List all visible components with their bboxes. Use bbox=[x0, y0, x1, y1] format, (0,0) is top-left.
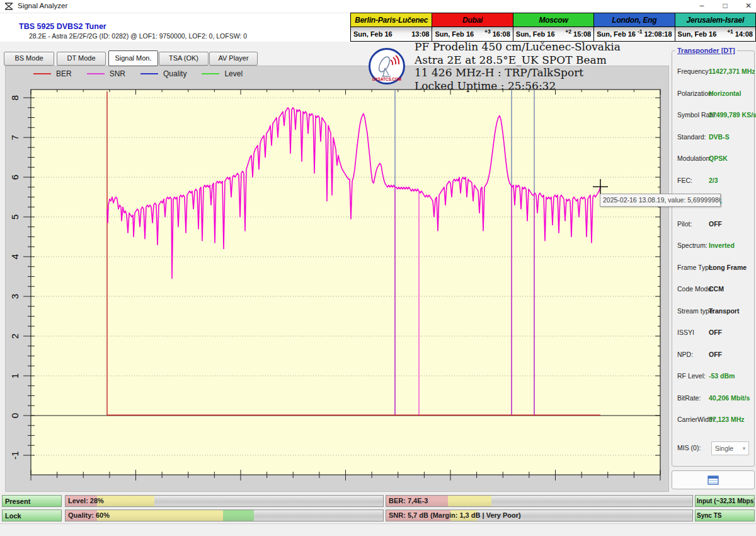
gauge-segment bbox=[223, 510, 254, 521]
panel-value-7: OFF bbox=[709, 220, 722, 228]
clock-time: 15:08 bbox=[573, 30, 591, 38]
legend-swatch bbox=[140, 73, 158, 74]
panel-value-3: DVB-S bbox=[709, 133, 730, 141]
legend-label: SNR bbox=[110, 69, 125, 78]
legend-item-quality: Quality bbox=[140, 69, 186, 78]
logo-text: DXSATCS.COM bbox=[372, 77, 401, 81]
gauge-label: Quality: 60% bbox=[68, 510, 110, 521]
tab-bs-mode[interactable]: BS Mode bbox=[4, 52, 54, 66]
panel-value-10: CCM bbox=[709, 285, 724, 293]
legend-swatch bbox=[87, 73, 105, 74]
status-bar bbox=[0, 523, 756, 536]
chart-legend: BERSNRQualityLevel bbox=[33, 69, 243, 78]
panel-label-10: Code Mode: bbox=[677, 285, 713, 293]
mis-dropdown[interactable]: Single▾ bbox=[711, 441, 749, 455]
clock-time: 16:08 bbox=[493, 30, 510, 38]
transponder-panel-title: Transponder [DT] bbox=[675, 47, 737, 54]
gauge-label: Level: 28% bbox=[68, 496, 104, 506]
panel-value-16: 37,123 MHz bbox=[709, 416, 745, 423]
tab-av-player[interactable]: AV Player bbox=[209, 52, 258, 66]
transponder-panel: Frequency:11427,371 MHzPolarization:Hori… bbox=[672, 50, 755, 467]
clock-time: 12:08:18 bbox=[644, 30, 672, 38]
export-button[interactable] bbox=[672, 470, 755, 489]
tab-dt-mode[interactable]: DT Mode bbox=[57, 52, 106, 66]
clock-1: DubaiSun, Feb 16+316:08 bbox=[432, 13, 512, 41]
annotation-line-1: PF Prodelin 450 cm/Lučenec-Slovakia bbox=[415, 40, 654, 54]
clock-time-row: Sun, Feb 1613:08 bbox=[351, 27, 432, 40]
ber-gauge: BER: 7,4E-3 bbox=[386, 495, 693, 507]
quality-gauge: Quality: 60% bbox=[65, 510, 384, 521]
panel-value-1: Horizontal bbox=[709, 90, 741, 97]
lock-indicator: Lock bbox=[2, 510, 62, 521]
panel-label-15: BitRate: bbox=[677, 394, 701, 402]
chart-background bbox=[5, 66, 669, 492]
tab-tsa-ok-[interactable]: TSA (OK) bbox=[159, 52, 209, 66]
gauge-segment bbox=[97, 510, 223, 521]
gauge-label: BER: 7,4E-3 bbox=[389, 496, 428, 506]
close-button[interactable]: ✕ bbox=[742, 1, 755, 11]
panel-label-12: ISSYI bbox=[677, 329, 694, 336]
clock-utc-offset: +1 bbox=[727, 28, 733, 35]
gauge-segment bbox=[448, 496, 491, 506]
clock-time: 14:08 bbox=[735, 30, 753, 38]
clock-time: 13:08 bbox=[411, 30, 429, 38]
world-clock-panel: Berlin-Paris-LučenecSun, Feb 1613:08Duba… bbox=[350, 13, 756, 42]
clock-4: Jerusalem-IsraelSun, Feb 16+114:08 bbox=[675, 13, 755, 41]
annotation-overlay: PF Prodelin 450 cm/Lučenec-Slovakia Astr… bbox=[415, 40, 654, 92]
clock-date: Sun, Feb 16 bbox=[678, 30, 717, 38]
panel-value-13: OFF bbox=[709, 351, 722, 358]
panel-label-5: FEC: bbox=[677, 177, 692, 184]
panel-label-8: Spectrum: bbox=[677, 242, 707, 249]
panel-label-14: RF Level: bbox=[677, 372, 706, 380]
legend-label: Quality bbox=[163, 69, 186, 78]
level-gauge: Level: 28% bbox=[65, 495, 384, 507]
clock-0: Berlin-Paris-LučenecSun, Feb 1613:08 bbox=[351, 13, 432, 41]
tab-signal-mon-[interactable]: Signal Mon. bbox=[108, 50, 158, 66]
clock-city-label: London, Eng bbox=[594, 13, 674, 27]
clock-2: MoscowSun, Feb 16+215:08 bbox=[513, 13, 593, 41]
legend-item-snr: SNR bbox=[87, 69, 125, 78]
sync-ts-indicator: Sync TS bbox=[695, 510, 755, 521]
chart-tooltip: 2025-02-16 13.08.19, value: 5,6999998092… bbox=[600, 194, 721, 207]
window-title: Signal Analyzer bbox=[18, 2, 67, 9]
gauge-label: SNR: 5,7 dB (Margin: 1,3 dB | Very Poor) bbox=[389, 510, 521, 521]
panel-label-mis: MIS (0): bbox=[677, 444, 701, 452]
clock-utc-offset: -1 bbox=[638, 28, 643, 35]
clock-time-row: Sun, Feb 16+215:08 bbox=[513, 27, 593, 40]
title-bar: Signal Analyzer – □ ✕ bbox=[0, 0, 756, 13]
legend-label: BER bbox=[56, 69, 72, 78]
panel-label-13: NPD: bbox=[677, 351, 693, 358]
panel-value-0: 11427,371 MHz bbox=[709, 67, 755, 75]
maximize-button[interactable]: □ bbox=[718, 1, 732, 11]
clock-date: Sun, Feb 16 bbox=[435, 30, 474, 38]
export-icon bbox=[707, 475, 719, 485]
panel-value-8: Inverted bbox=[709, 242, 735, 249]
clock-city-label: Moscow bbox=[513, 13, 593, 27]
clock-time-row: Sun, Feb 16+316:08 bbox=[432, 27, 512, 40]
legend-item-level: Level bbox=[202, 69, 243, 78]
clock-3: London, EngSun, Feb 16-112:08:18 bbox=[593, 13, 674, 41]
minimize-button[interactable]: – bbox=[695, 1, 709, 11]
annotation-line-2: Astra 2E at 28.5°E_UK SPOT Beam bbox=[415, 54, 654, 67]
clock-time-row: Sun, Feb 16+114:08 bbox=[675, 27, 755, 40]
panel-value-9: Long Frame bbox=[709, 264, 747, 271]
tuner-title: TBS 5925 DVBS2 Tuner bbox=[19, 22, 106, 31]
tuner-subtitle: 28.2E - Astra 2E/2F/2G (ID: 0282) @ LOF1… bbox=[29, 32, 247, 40]
input-indicator: Input (~32,31 Mbps) bbox=[695, 495, 755, 507]
gauge-segment bbox=[97, 496, 154, 506]
panel-value-12: OFF bbox=[709, 329, 722, 336]
snr-gauge: SNR: 5,7 dB (Margin: 1,3 dB | Very Poor) bbox=[386, 510, 693, 521]
mis-dropdown-value: Single bbox=[712, 445, 740, 452]
clock-utc-offset: +2 bbox=[565, 28, 571, 35]
legend-swatch bbox=[33, 73, 51, 74]
clock-city-label: Dubai bbox=[432, 13, 512, 27]
legend-label: Level bbox=[224, 69, 243, 78]
panel-value-5: 2/3 bbox=[709, 177, 718, 184]
panel-value-15: 40,206 Mbit/s bbox=[709, 394, 750, 402]
panel-value-14: -53 dBm bbox=[709, 372, 735, 380]
panel-value-11: Transport bbox=[709, 307, 739, 315]
clock-time-row: Sun, Feb 16-112:08:18 bbox=[594, 27, 674, 40]
panel-label-7: Pilot: bbox=[677, 220, 692, 228]
panel-label-3: Standard: bbox=[677, 133, 706, 141]
legend-swatch bbox=[202, 73, 219, 74]
